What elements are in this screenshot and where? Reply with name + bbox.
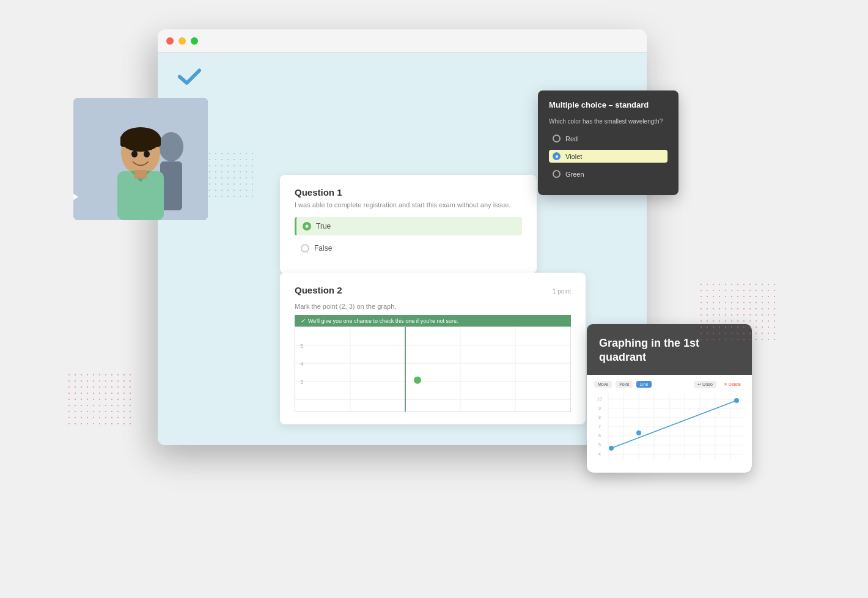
question2-points: 1 point	[553, 288, 571, 295]
mc-label-green: Green	[565, 171, 584, 178]
svg-text:6: 6	[598, 434, 601, 438]
pink-dots-right	[698, 281, 778, 342]
mc-label-red: Red	[565, 135, 578, 142]
svg-point-48	[144, 151, 150, 158]
mc-option-green[interactable]: Green	[549, 168, 668, 180]
svg-text:5: 5	[598, 443, 601, 447]
close-dot[interactable]	[166, 37, 174, 45]
mini-graph[interactable]: 10 9 8 7 6 5 4	[594, 393, 745, 460]
svg-text:10: 10	[597, 397, 602, 401]
mc-title: Multiple choice – standard	[549, 100, 668, 109]
svg-text:9: 9	[598, 406, 601, 410]
svg-rect-49	[134, 170, 147, 179]
mc-radio-violet	[553, 152, 561, 160]
tool-point[interactable]: Point	[616, 381, 633, 388]
svg-text:5: 5	[300, 342, 304, 349]
svg-point-47	[131, 151, 138, 158]
mc-option-violet[interactable]: Violet	[549, 150, 668, 163]
svg-point-41	[159, 132, 183, 161]
question1-title: Question 1	[295, 187, 522, 197]
tool-undo[interactable]: ↩ Undo	[694, 381, 716, 388]
mini-graph-svg: 10 9 8 7 6 5 4	[594, 393, 745, 460]
graphing-card: Graphing in the 1st quadrant Move Point …	[587, 324, 752, 473]
option-true-label: True	[316, 222, 331, 231]
svg-text:4: 4	[598, 452, 601, 456]
svg-point-37	[609, 446, 614, 451]
option-false-label: False	[314, 244, 332, 253]
mc-question: Which color has the smallest wavelength?	[549, 118, 668, 125]
question2-title: Question 2	[295, 285, 342, 295]
pink-dots-left	[66, 372, 133, 427]
tool-delete[interactable]: ✕ Delete	[720, 381, 745, 388]
minimize-dot[interactable]	[178, 37, 186, 45]
tool-move[interactable]: Move	[594, 381, 612, 388]
play-button-icon[interactable]	[73, 186, 78, 208]
svg-point-39	[734, 398, 739, 403]
svg-text:7: 7	[598, 424, 601, 429]
mc-option-red[interactable]: Red	[549, 132, 668, 145]
question2-card: Question 2 1 point Mark the point (2, 3)…	[280, 273, 586, 424]
svg-rect-46	[120, 136, 161, 147]
checkmark-icon: ✓	[301, 317, 306, 324]
question1-card: Question 1 I was able to complete regist…	[280, 175, 537, 273]
graphing-toolbar: Move Point Line ↩ Undo ✕ Delete	[594, 381, 745, 388]
photo-image	[73, 98, 208, 220]
mc-label-violet: Violet	[565, 153, 582, 160]
option-false[interactable]: False	[295, 239, 522, 257]
maximize-dot[interactable]	[191, 37, 198, 45]
svg-line-36	[611, 401, 737, 448]
check-bar: ✓ We'll give you one chance to check thi…	[295, 315, 571, 327]
radio-false	[301, 244, 309, 253]
svg-text:3: 3	[300, 378, 304, 385]
svg-text:8: 8	[598, 415, 601, 419]
radio-true	[303, 222, 311, 231]
photo-card	[73, 98, 226, 232]
graphing-mini: Move Point Line ↩ Undo ✕ Delete	[587, 375, 752, 473]
mc-radio-green	[553, 170, 561, 178]
check-bar-hint: We'll give you one chance to check this …	[308, 318, 458, 324]
scene: Question 1 I was able to complete regist…	[0, 0, 868, 598]
tool-line[interactable]: Line	[636, 381, 652, 388]
app-logo	[176, 65, 203, 89]
question1-subtitle: I was able to complete registration and …	[295, 201, 522, 209]
svg-text:4: 4	[300, 360, 304, 367]
browser-titlebar	[158, 29, 647, 53]
graph-area[interactable]: 5 4 3	[295, 327, 571, 412]
svg-point-38	[636, 430, 641, 435]
mc-radio-red	[553, 135, 561, 142]
option-true[interactable]: True	[295, 217, 522, 235]
graph-svg: 5 4 3	[295, 327, 570, 412]
mc-card: Multiple choice – standard Which color h…	[538, 90, 679, 195]
question2-instruction: Mark the point (2, 3) on the graph.	[295, 303, 571, 310]
question2-header: Question 2 1 point	[295, 285, 571, 299]
svg-point-12	[414, 377, 421, 384]
